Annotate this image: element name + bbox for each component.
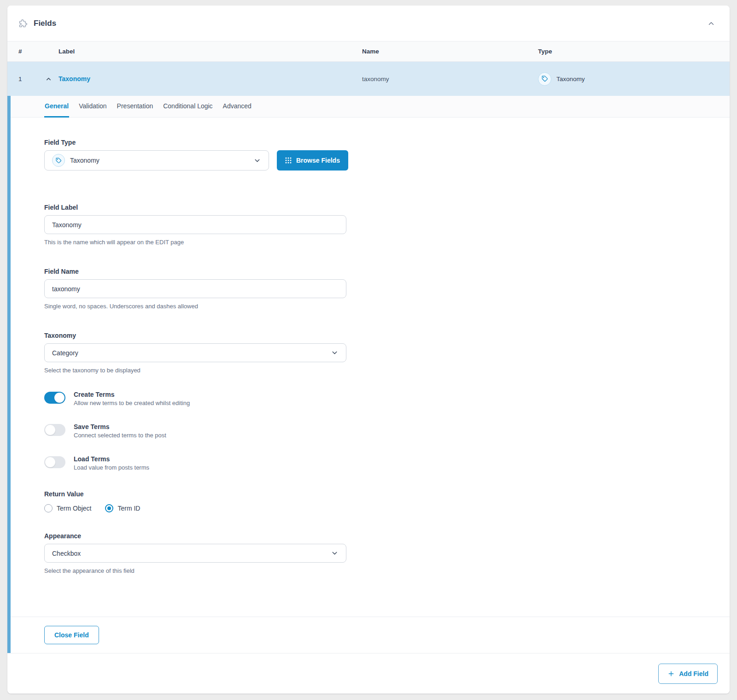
appearance-select[interactable]: Checkbox	[44, 544, 346, 563]
return-value-setting: Return Value Term Object Term ID	[44, 490, 730, 512]
return-value-label: Return Value	[44, 490, 730, 498]
return-value-option-term-id[interactable]: Term ID	[105, 504, 140, 512]
create-terms-setting: Create Terms Allow new terms to be creat…	[44, 391, 730, 406]
toggle-knob	[45, 425, 55, 435]
field-type-select[interactable]: Taxonomy	[44, 150, 269, 171]
appearance-setting: Appearance Checkbox Select the appearanc…	[44, 532, 730, 574]
puzzle-icon	[18, 18, 28, 28]
load-terms-toggle[interactable]	[44, 456, 65, 468]
settings-tabs: General Validation Presentation Conditio…	[11, 96, 730, 118]
field-type-label: Field Type	[44, 139, 730, 146]
tag-icon	[52, 154, 65, 167]
grid-dots-icon	[285, 157, 292, 164]
appearance-hint: Select the appearance of this field	[44, 567, 730, 574]
plus-icon	[667, 670, 675, 677]
field-row-type-label: Taxonomy	[556, 76, 585, 82]
field-type-setting: Field Type Taxonomy	[44, 139, 730, 171]
taxonomy-hint: Select the taxonomy to be displayed	[44, 367, 730, 374]
chevron-down-icon	[331, 549, 339, 557]
load-terms-label: Load Terms	[74, 455, 149, 463]
appearance-label: Appearance	[44, 532, 730, 540]
taxonomy-label: Taxonomy	[44, 332, 730, 339]
toggle-knob	[54, 393, 64, 403]
radio-icon[interactable]	[105, 504, 113, 512]
tag-icon	[538, 72, 551, 86]
toggle-knob	[45, 457, 55, 467]
load-terms-hint: Load value from posts terms	[74, 464, 149, 471]
field-label-setting: Field Label This is the name which will …	[44, 204, 730, 246]
general-tab-panel: Field Type Taxonomy	[11, 118, 730, 617]
fields-table-header: # Label Name Type	[7, 41, 730, 62]
panel-footer: Add Field	[7, 653, 730, 694]
save-terms-setting: Save Terms Connect selected terms to the…	[44, 423, 730, 439]
browse-fields-button[interactable]: Browse Fields	[277, 150, 348, 171]
create-terms-toggle[interactable]	[44, 392, 65, 404]
fields-panel-header: Fields	[7, 6, 730, 41]
field-row-label-link[interactable]: Taxonomy	[58, 75, 90, 82]
fields-panel: Fields # Label Name Type 1 Taxonomy taxo…	[7, 6, 730, 694]
field-editor: General Validation Presentation Conditio…	[7, 96, 730, 653]
field-name-setting: Field Name Single word, no spaces. Under…	[44, 268, 730, 310]
field-label-hint: This is the name which will appear on th…	[44, 239, 730, 246]
term-object-option-label: Term Object	[57, 505, 91, 512]
panel-title: Fields	[34, 19, 56, 28]
column-header-type: Type	[538, 48, 719, 55]
field-type-select-value: Taxonomy	[70, 157, 248, 164]
collapse-field-button[interactable]	[44, 74, 53, 83]
collapse-panel-button[interactable]	[705, 17, 718, 30]
taxonomy-setting: Taxonomy Category Select the taxonomy to…	[44, 332, 730, 374]
field-row-type: Taxonomy	[538, 72, 719, 86]
save-terms-toggle[interactable]	[44, 424, 65, 436]
create-terms-hint: Allow new terms to be created whilst edi…	[74, 400, 190, 406]
field-name-label: Field Name	[44, 268, 730, 275]
tab-general[interactable]: General	[44, 96, 69, 118]
column-header-label: Label	[58, 48, 362, 55]
tab-conditional-logic[interactable]: Conditional Logic	[163, 96, 213, 118]
field-row-name: taxonomy	[362, 76, 538, 82]
close-field-bar: Close Field	[11, 617, 730, 653]
field-label-input[interactable]	[44, 215, 346, 234]
taxonomy-select-value: Category	[52, 349, 331, 357]
field-name-input[interactable]	[44, 279, 346, 298]
tab-validation[interactable]: Validation	[78, 96, 107, 118]
appearance-select-value: Checkbox	[52, 550, 331, 557]
term-id-option-label: Term ID	[117, 505, 140, 512]
add-field-button[interactable]: Add Field	[658, 664, 718, 684]
taxonomy-select[interactable]: Category	[44, 343, 346, 362]
tab-presentation[interactable]: Presentation	[117, 96, 154, 118]
radio-icon[interactable]	[44, 504, 53, 512]
browse-fields-button-label: Browse Fields	[296, 157, 340, 164]
field-row-number: 1	[18, 76, 44, 82]
create-terms-label: Create Terms	[74, 391, 190, 398]
chevron-down-icon	[331, 349, 339, 357]
chevron-down-icon	[253, 157, 261, 165]
field-name-hint: Single word, no spaces. Underscores and …	[44, 303, 730, 310]
load-terms-setting: Load Terms Load value from posts terms	[44, 455, 730, 471]
tab-advanced[interactable]: Advanced	[222, 96, 252, 118]
column-header-number: #	[18, 48, 58, 55]
add-field-button-label: Add Field	[679, 670, 708, 677]
save-terms-hint: Connect selected terms to the post	[74, 432, 166, 439]
close-field-button[interactable]: Close Field	[44, 626, 99, 644]
field-label-label: Field Label	[44, 204, 730, 211]
column-header-name: Name	[362, 48, 538, 55]
table-row[interactable]: 1 Taxonomy taxonomy Taxonomy	[7, 62, 730, 96]
save-terms-label: Save Terms	[74, 423, 166, 430]
return-value-option-term-object[interactable]: Term Object	[44, 504, 91, 512]
